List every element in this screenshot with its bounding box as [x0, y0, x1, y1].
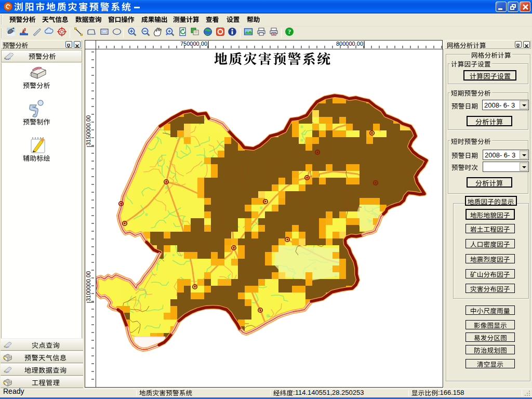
svg-text:3100000.00: 3100000.00 [85, 271, 91, 301]
svg-text:800000.00: 800000.00 [336, 41, 363, 47]
svg-text:3150000.00: 3150000.00 [85, 115, 91, 145]
svg-text:750000.00: 750000.00 [180, 41, 207, 47]
